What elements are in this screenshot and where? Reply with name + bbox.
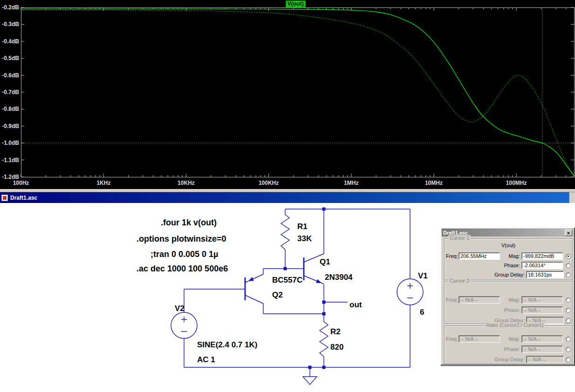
y-axis-tick-label: -0.8dB <box>2 106 19 112</box>
y-axis-tick-label: -0.3dB <box>2 21 19 27</box>
cursor2-phase-label: Phase: <box>500 307 521 313</box>
ltspice-screen: -0.2dB-0.3dB-0.4dB-0.5dB-0.6dB-0.7dB-0.8… <box>0 0 575 392</box>
label-v1-name[interactable]: V1 <box>418 271 428 280</box>
close-button[interactable] <box>565 230 572 236</box>
transistor-Q2[interactable] <box>245 274 263 304</box>
schematic-window-titlebar[interactable]: Draft1.asc <box>0 192 575 203</box>
cursor2-legend: Cursor 2 <box>448 278 471 284</box>
ratio-mag-label: Mag: <box>500 336 521 342</box>
y-axis-tick-label: -1.1dB <box>2 157 19 163</box>
cursor-dialog-title: Draft1.asc <box>443 230 468 236</box>
ratio-phase-radio[interactable] <box>566 347 571 352</box>
ratio-mag-field: -- N/A -- <box>521 335 563 343</box>
x-axis-tick-label: 10MHz <box>425 180 443 186</box>
ground-symbol[interactable] <box>303 377 317 385</box>
cursor1-legend: Cursor 1 <box>448 235 471 241</box>
cursor1-mag-radio[interactable] <box>566 254 571 259</box>
x-axis-tick-label: 100MHz <box>506 180 527 186</box>
resistor-R2[interactable] <box>320 322 328 357</box>
trace-dotted[interactable] <box>21 10 574 177</box>
y-axis-tick-label: -1.0dB <box>2 140 19 146</box>
voltage-source-V2[interactable] <box>171 312 197 338</box>
spice-directives[interactable]: .four 1k v(out) .options plotwinsize=0 ;… <box>137 218 228 273</box>
directive-four[interactable]: .four 1k v(out) <box>161 218 217 227</box>
cursor2-mag-radio[interactable] <box>566 297 571 303</box>
y-axis-tick-label: -1.2dB <box>2 174 19 180</box>
ratio-freq-field: -- N/A -- <box>459 335 500 343</box>
label-q1-name[interactable]: Q1 <box>320 257 330 266</box>
ratio-group-delay-field: -- N/A -- <box>526 356 564 363</box>
close-icon <box>567 230 570 236</box>
x-axis-tick-label: 100Hz <box>13 180 29 186</box>
directive-ac[interactable]: .ac dec 1000 100 500e6 <box>137 264 228 273</box>
ratio-group-delay-label: Group Delay: <box>494 357 526 362</box>
cursor2-mag-label: Mag: <box>500 297 521 303</box>
ratio-freq-label: Freq: <box>446 336 459 342</box>
ratio-legend: Ratio (Cursor2 / Cursor1) <box>485 322 545 328</box>
waveform-plot[interactable]: -0.2dB-0.3dB-0.4dB-0.5dB-0.6dB-0.7dB-0.8… <box>0 0 575 189</box>
label-net-out[interactable]: out <box>349 300 362 309</box>
cursor2-mag-field: -- N/A -- <box>521 296 563 304</box>
y-axis-tick-label: -0.4dB <box>2 38 19 45</box>
directive-options[interactable]: .options plotwinsize=0 <box>137 234 226 243</box>
cursor1-mag-field[interactable]: -999.822mdB <box>521 252 563 260</box>
cursor2-freq-field: -- N/A -- <box>459 296 500 304</box>
cursor1-group-delay-radio[interactable] <box>566 272 571 277</box>
cursor1-group: Cursor 1 V(out) Freq: 206.55MHz Mag: -99… <box>444 238 573 280</box>
window-controls[interactable] <box>569 192 575 203</box>
label-r2-value[interactable]: 820 <box>330 343 343 351</box>
label-r2-name[interactable]: R2 <box>330 327 341 336</box>
y-axis-tick-label: -0.2dB <box>2 4 19 11</box>
x-axis-tick-label: 10KHz <box>178 180 195 186</box>
cursor1-freq-label: Freq: <box>446 253 459 259</box>
y-axis-tick-label: -0.9dB <box>2 123 19 129</box>
ratio-phase-label: Phase: <box>500 346 521 352</box>
cursor2-phase-radio[interactable] <box>566 308 571 313</box>
resistor-R1[interactable] <box>281 215 289 250</box>
voltage-source-V1[interactable] <box>397 279 423 305</box>
label-v2-ac[interactable]: AC 1 <box>197 355 215 364</box>
cursor1-group-delay-field[interactable]: 18.1631ps <box>526 271 564 278</box>
cursor1-phase-field[interactable]: -2.06314° <box>521 262 563 269</box>
app-icon <box>1 195 8 201</box>
label-r1-name[interactable]: R1 <box>297 222 308 231</box>
ratio-group-delay-radio[interactable] <box>566 357 571 362</box>
npn-emitter-arrow-icon <box>316 279 322 284</box>
cursor2-freq-label: Freq: <box>446 297 459 303</box>
wire-junctions <box>284 208 326 369</box>
cursor2-group-delay-radio[interactable] <box>566 318 571 323</box>
label-v1-value[interactable]: 6 <box>420 308 424 317</box>
label-q1-type[interactable]: 2N3904 <box>325 273 353 282</box>
label-q2-name[interactable]: Q2 <box>272 291 283 299</box>
waveform-pane[interactable]: -0.2dB-0.3dB-0.4dB-0.5dB-0.6dB-0.7dB-0.8… <box>0 0 575 189</box>
ratio-phase-field: -- N/A -- <box>521 345 563 353</box>
cursor1-mag-label: Mag: <box>500 253 521 259</box>
ratio-mag-radio[interactable] <box>566 337 571 342</box>
label-r1-value[interactable]: 33K <box>297 234 312 243</box>
cursor1-trace-name: V(out) <box>445 243 572 248</box>
trace-solid[interactable] <box>21 9 574 176</box>
window-title: Draft1.asc <box>10 195 37 201</box>
x-axis-tick-label: 100KHz <box>259 180 279 186</box>
y-axis-tick-label: -0.5dB <box>2 55 19 61</box>
trace-label-vout[interactable]: V(out) <box>286 0 306 7</box>
y-axis-tick-label: -0.7dB <box>2 89 19 95</box>
cursor1-group-delay-label: Group Delay: <box>494 272 526 277</box>
label-v2-value[interactable]: SINE(2.4 0.7 1K) <box>197 340 257 349</box>
x-axis-tick-label: 1KHz <box>96 180 110 186</box>
cursor2-phase-field: -- N/A -- <box>521 306 563 314</box>
window-border <box>0 189 575 192</box>
cursor1-freq-field[interactable]: 206.55MHz <box>459 252 500 260</box>
x-axis-tick-label: 1MHz <box>344 180 358 186</box>
y-axis-tick-label: -0.6dB <box>2 72 19 79</box>
cursor1-phase-radio[interactable] <box>566 263 571 268</box>
directive-tran[interactable]: ;tran 0 0.005 0 1µ <box>151 250 218 259</box>
plot-frame <box>21 8 575 177</box>
label-q2-type[interactable]: BC557C <box>272 276 302 284</box>
cursor2-group: Cursor 2 Freq: -- N/A -- Mag: -- N/A -- … <box>444 281 573 324</box>
cursor1-phase-label: Phase: <box>500 263 521 268</box>
ratio-group: Ratio (Cursor2 / Cursor1) Freq: -- N/A -… <box>444 325 573 364</box>
cursor-readout-dialog[interactable]: Draft1.asc Cursor 1 V(out) Freq: 206.55M… <box>440 227 575 365</box>
label-v2-name[interactable]: V2 <box>175 304 185 313</box>
pnp-emitter-arrow-icon <box>248 277 254 281</box>
